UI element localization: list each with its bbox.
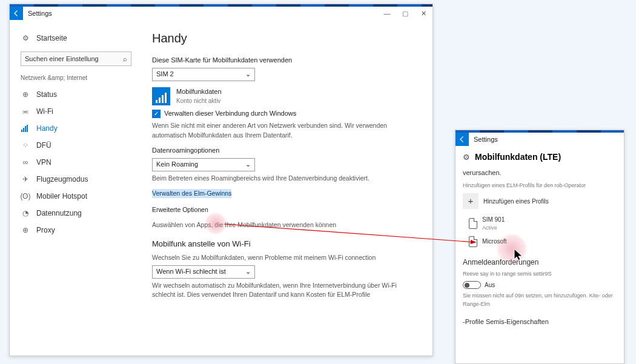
sidebar-item-dfü[interactable]: ⁘DFÜ xyxy=(21,137,131,154)
nav-icon: ⊕ xyxy=(21,225,30,235)
roaming-dropdown[interactable]: Kein Roaming⌄ xyxy=(152,158,255,171)
requirements-toggle[interactable]: Aus xyxy=(463,280,617,290)
nav-icon: ∞ xyxy=(21,157,30,167)
roaming-label: Datenroamingoptionen xyxy=(152,146,397,156)
wifi-value: Wenn Wi-Fi schlecht ist xyxy=(156,267,226,277)
add-profile-button[interactable]: + Hinzufügen eines Profils xyxy=(463,193,617,209)
app-select-link[interactable]: Auswählen von Apps, die Ihre Mobilfunkda… xyxy=(152,220,397,230)
plus-icon: + xyxy=(463,193,479,209)
signal-icon xyxy=(152,87,170,105)
info-text-1: Wenn Sie nicht mit einer anderen Art von… xyxy=(152,121,397,139)
sidebar-item-mobiler-hotspot[interactable]: (ʘ)Mobiler Hotspot xyxy=(21,188,131,205)
checkbox-label: Verwalten dieser Verbindung durch Window… xyxy=(164,109,296,119)
sidebar-item-proxy[interactable]: ⊕Proxy xyxy=(21,222,131,239)
titlebar: Settings xyxy=(455,133,624,146)
wifi-body1: Wechseln Sie zu Mobilfunkdaten, wenn Pro… xyxy=(152,253,397,262)
close-button[interactable]: ✕ xyxy=(414,10,432,18)
titlebar: Settings — ▢ ✕ xyxy=(10,7,432,20)
back-button[interactable] xyxy=(10,7,23,20)
tile-subtitle: Konto nicht aktiv xyxy=(176,97,222,106)
nav-icon: (ʘ) xyxy=(21,191,30,201)
page-title: Handy xyxy=(152,30,397,47)
sidebar-item-label: Proxy xyxy=(36,226,55,234)
minimize-button[interactable]: — xyxy=(378,10,396,18)
nav-icon xyxy=(21,124,30,133)
sidebar-item-flugzeugmodus[interactable]: ✈Flugzeugmodus xyxy=(21,171,131,188)
sim-icon xyxy=(469,218,477,229)
home-label: Startseite xyxy=(36,34,67,42)
sidebar-item-label: Handy xyxy=(36,124,58,133)
search-icon: ⌕ xyxy=(123,55,127,62)
page-title: Mobilfunkdaten (LTE) xyxy=(475,152,561,162)
sidebar-item-label: Datennutzung xyxy=(36,209,82,217)
advanced-options-link[interactable]: Erweiterte Optionen xyxy=(152,205,208,214)
toggle-switch xyxy=(463,281,481,289)
sidebar-item-label: Mobiler Hotspot xyxy=(36,192,87,200)
sim-label: Diese SIM-Karte für Mobilfunkdaten verwe… xyxy=(152,56,397,65)
sim-dropdown[interactable]: SIM 2⌄ xyxy=(152,68,255,81)
sidebar-item-handy[interactable]: Handy xyxy=(21,120,131,137)
toggle-label: Aus xyxy=(485,280,495,290)
sidebar-item-label: Status xyxy=(36,90,57,99)
window-top-stripe xyxy=(455,130,624,133)
window-top-stripe xyxy=(10,4,432,7)
gear-icon: ⚙ xyxy=(463,153,470,162)
search-placeholder: Suchen einer Einstellung xyxy=(25,55,99,62)
body-top: verursachen. xyxy=(463,168,617,178)
sidebar: ⚙ Startseite Suchen einer Einstellung ⌕ … xyxy=(10,20,140,247)
maximize-button[interactable]: ▢ xyxy=(396,10,414,18)
nav-icon: ◔ xyxy=(21,208,30,218)
checkmark-icon: ✓ xyxy=(152,110,161,118)
requirements-heading: Anmeldeanforderungen xyxy=(463,257,617,268)
tile-title: Mobilfunkdaten xyxy=(176,87,222,97)
lte-content: verursachen. Hinzufügen eines ELM-Profil… xyxy=(455,164,624,331)
req-body: Reeve say in to range semis settir9S xyxy=(463,270,617,279)
roaming-value: Kein Roaming xyxy=(156,160,198,170)
sidebar-item-label: Flugzeugmodus xyxy=(36,175,88,184)
sidebar-section-header: Netzwerk &amp; Internet xyxy=(21,74,131,81)
svg-rect-1 xyxy=(23,128,24,132)
sidebar-item-label: VPN xyxy=(36,158,51,167)
sim-value: SIM 2 xyxy=(156,70,174,79)
add-label: Hinzufügen eines Profils xyxy=(483,197,549,206)
req-body2: Sie müssen nicht auf 09n setzen, um hinz… xyxy=(463,292,617,308)
nav-icon: ✈ xyxy=(21,174,30,184)
svg-rect-2 xyxy=(25,126,26,132)
wifi-dropdown[interactable]: Wenn Wi-Fi schlecht ist⌄ xyxy=(152,265,255,279)
sidebar-item-label: Wi-Fi xyxy=(36,107,53,116)
item-name: Microsoft xyxy=(482,238,507,245)
sidebar-home[interactable]: ⚙ Startseite xyxy=(21,30,131,47)
nav-icon: ⫘ xyxy=(21,107,30,116)
profile-item-microsoft[interactable]: Microsoft xyxy=(469,236,617,247)
chevron-down-icon: ⌄ xyxy=(245,160,251,170)
profile-item-sim901[interactable]: SIM 901 Active xyxy=(469,215,617,233)
svg-rect-0 xyxy=(21,130,22,132)
manage-checkbox[interactable]: ✓ Verwalten dieser Verbindung durch Wind… xyxy=(152,109,397,119)
hint-text: Hinzufügen eines ELM-Profils für den rob… xyxy=(463,182,617,190)
chevron-down-icon: ⌄ xyxy=(245,70,251,79)
svg-rect-3 xyxy=(27,125,28,132)
cellular-tile[interactable]: Mobilfunkdaten Konto nicht aktiv xyxy=(152,87,397,105)
back-button[interactable] xyxy=(455,133,469,146)
nav-icon: ⊕ xyxy=(21,90,30,99)
item-name: SIM 901 xyxy=(482,216,505,223)
search-input[interactable]: Suchen einer Einstellung ⌕ xyxy=(21,51,131,66)
wifi-heading: Mobilfunk anstelle von Wi-Fi xyxy=(152,239,397,250)
settings-window: Settings — ▢ ✕ ⚙ Startseite Suchen einer… xyxy=(9,4,433,356)
gear-icon: ⚙ xyxy=(21,33,30,43)
sidebar-item-datennutzung[interactable]: ◔Datennutzung xyxy=(21,205,131,222)
sidebar-item-label: DFÜ xyxy=(36,141,51,150)
profile-props-heading: -Profile Semis-Eigenschaften xyxy=(463,317,617,327)
nav-icon: ⁘ xyxy=(21,141,30,150)
item-sub: Active xyxy=(482,224,505,233)
manage-elm-link[interactable]: Verwalten des Elm-Gewinns xyxy=(152,189,231,198)
chevron-down-icon: ⌄ xyxy=(245,267,251,277)
sidebar-item-vpn[interactable]: ∞VPN xyxy=(21,154,131,171)
window-title: Settings xyxy=(469,136,498,143)
sidebar-item-status[interactable]: ⊕Status xyxy=(21,86,131,103)
content-area: Handy Diese SIM-Karte für Mobilfunkdaten… xyxy=(140,20,409,311)
lte-window: Settings ⚙ Mobilfunkdaten (LTE) verursac… xyxy=(455,130,624,364)
sidebar-item-wi-fi[interactable]: ⫘Wi-Fi xyxy=(21,103,131,120)
wifi-body2: Wir wechseln automatisch zu Mobilfunkdat… xyxy=(152,281,397,299)
window-title: Settings xyxy=(23,10,52,17)
